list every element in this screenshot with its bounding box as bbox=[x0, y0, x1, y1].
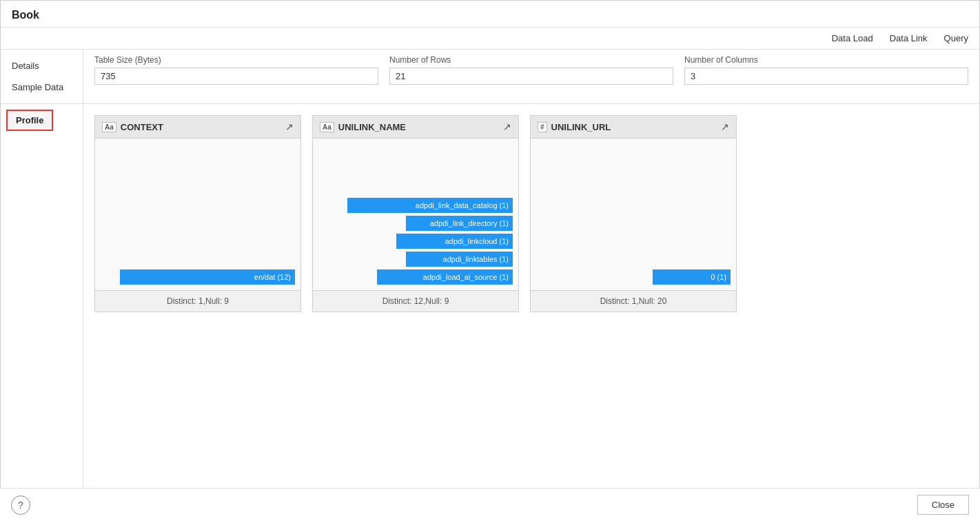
num-cols-label: Number of Columns bbox=[684, 55, 968, 65]
expand-icon[interactable]: ↗ bbox=[503, 121, 511, 132]
card-header-left: Aa CONTEXT bbox=[102, 122, 163, 132]
card-footer: Distinct: 1,Null: 20 bbox=[531, 290, 736, 311]
type-icon: Aa bbox=[320, 122, 334, 132]
nav-data-load[interactable]: Data Load bbox=[832, 33, 873, 43]
column-card: Aa UNILINK_NAME ↗ adpdi_link_data_catalo… bbox=[312, 115, 519, 312]
card-header-left: # UNILINK_URL bbox=[538, 122, 611, 132]
num-rows-label: Number of Rows bbox=[389, 55, 673, 65]
close-button[interactable]: Close bbox=[917, 495, 969, 515]
bar-item: adpdi_link_directory (1) bbox=[406, 216, 513, 231]
num-rows-col: Number of Rows 21 bbox=[389, 55, 673, 85]
bar-item: adpdi_linktables (1) bbox=[406, 252, 513, 267]
card-footer: Distinct: 1,Null: 9 bbox=[95, 290, 300, 311]
nav-query[interactable]: Query bbox=[944, 33, 968, 43]
content-section: Profile Aa CONTEXT ↗ en/dat (12)Distinct… bbox=[1, 104, 979, 504]
table-size-value: 735 bbox=[94, 68, 378, 85]
column-name: CONTEXT bbox=[121, 122, 163, 132]
card-header: Aa CONTEXT ↗ bbox=[95, 116, 300, 139]
card-header: Aa UNILINK_NAME ↗ bbox=[313, 116, 518, 139]
info-cols: Table Size (Bytes) 735 Number of Rows 21… bbox=[94, 55, 968, 85]
bottom-bar: ? Close bbox=[0, 488, 980, 521]
card-footer: Distinct: 12,Null: 9 bbox=[313, 290, 518, 311]
table-size-col: Table Size (Bytes) 735 bbox=[94, 55, 378, 85]
column-name: UNILINK_NAME bbox=[338, 122, 406, 132]
card-header-left: Aa UNILINK_NAME bbox=[320, 122, 406, 132]
num-cols-value: 3 bbox=[684, 68, 968, 85]
profile-button[interactable]: Profile bbox=[6, 110, 53, 131]
nav-data-link[interactable]: Data Link bbox=[890, 33, 928, 43]
card-body: adpdi_link_data_catalog (1)adpdi_link_di… bbox=[313, 139, 518, 290]
help-button[interactable]: ? bbox=[11, 496, 30, 515]
num-cols-col: Number of Columns 3 bbox=[684, 55, 968, 85]
table-size-label: Table Size (Bytes) bbox=[94, 55, 378, 65]
info-area: Table Size (Bytes) 735 Number of Rows 21… bbox=[83, 50, 979, 103]
card-header: # UNILINK_URL ↗ bbox=[531, 116, 736, 139]
bar-item: en/dat (12) bbox=[120, 269, 295, 285]
title-bar: Book bbox=[1, 1, 979, 28]
bar-item: adpdi_linkcloud (1) bbox=[396, 234, 513, 249]
sidebar-sample-data[interactable]: Sample Data bbox=[1, 76, 83, 98]
top-section: Details Sample Data Table Size (Bytes) 7… bbox=[1, 50, 979, 104]
sidebar-top: Details Sample Data bbox=[1, 50, 83, 103]
card-body: 0 (1) bbox=[531, 139, 736, 290]
page-title: Book bbox=[12, 9, 968, 21]
num-rows-value: 21 bbox=[389, 68, 673, 85]
cards-area: Aa CONTEXT ↗ en/dat (12)Distinct: 1,Null… bbox=[83, 104, 979, 504]
card-body: en/dat (12) bbox=[95, 139, 300, 290]
bar-item: 0 (1) bbox=[653, 269, 731, 285]
expand-icon[interactable]: ↗ bbox=[721, 121, 729, 132]
top-nav: Data Load Data Link Query bbox=[1, 28, 979, 50]
column-card: # UNILINK_URL ↗ 0 (1)Distinct: 1,Null: 2… bbox=[530, 115, 737, 312]
bar-item: adpdi_load_ai_source (1) bbox=[377, 269, 513, 285]
column-name: UNILINK_URL bbox=[551, 122, 611, 132]
expand-icon[interactable]: ↗ bbox=[285, 121, 294, 132]
sidebar-content: Profile bbox=[1, 104, 83, 504]
sidebar-details[interactable]: Details bbox=[1, 55, 83, 76]
bar-item: adpdi_link_data_catalog (1) bbox=[347, 198, 513, 213]
type-icon: Aa bbox=[102, 122, 116, 132]
type-icon: # bbox=[538, 122, 547, 132]
column-card: Aa CONTEXT ↗ en/dat (12)Distinct: 1,Null… bbox=[94, 115, 301, 312]
